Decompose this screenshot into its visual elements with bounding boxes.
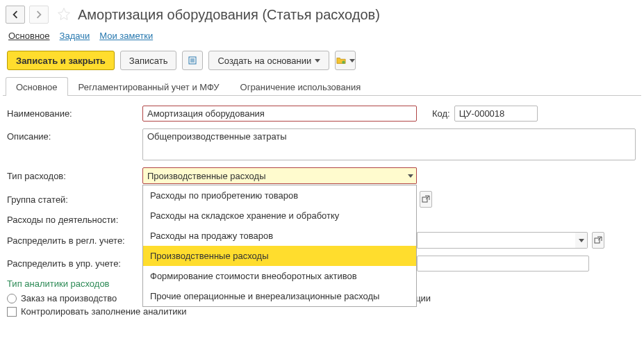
radio-icon [7,294,17,303]
chevron-down-icon[interactable] [575,232,588,249]
save-button[interactable]: Записать [120,51,177,70]
dist-upr-label: Распределить в упр. учете: [7,258,142,269]
svg-rect-5 [422,197,427,202]
back-button[interactable] [6,6,25,24]
check-control-label: Контролировать заполнение аналитики [21,306,187,317]
dist-regl-field[interactable] [417,232,575,249]
topnav-notes[interactable]: Мои заметки [99,31,153,41]
dist-upr-field[interactable] [417,256,589,272]
topnav-tasks[interactable]: Задачи [60,31,90,41]
tabs: Основное Регламентированный учет и МФУ О… [3,77,641,96]
titlebar: Амортизация оборудования (Статья расходо… [3,3,641,28]
check-control-row[interactable]: Контролировать заполнение аналитики [7,306,637,317]
chevron-down-icon [349,59,355,62]
code-field[interactable] [454,106,538,122]
dropdown-option[interactable]: Расходы по приобретению товаров [143,185,416,206]
group-label: Группа статей: [7,194,142,205]
dropdown-option[interactable]: Прочие операционные и внереализационные … [143,286,416,306]
folder-button[interactable] [335,51,356,70]
tab-regulated[interactable]: Регламентированный учет и МФУ [68,77,230,96]
chevron-down-icon[interactable] [404,167,417,184]
dropdown-option[interactable]: Формирование стоимости внеоборотных акти… [143,266,416,286]
radio-order-label: Заказ на производство [21,293,117,303]
code-label: Код: [432,108,450,119]
type-value: Производственные расходы [142,167,417,184]
topnav-main[interactable]: Основное [8,31,50,41]
desc-field[interactable]: Общепроизводственные затраты [142,128,636,160]
favorite-icon[interactable] [57,7,71,23]
dropdown-option[interactable]: Расходы на складское хранение и обработк… [143,206,416,226]
open-external-icon[interactable] [420,191,432,208]
svg-rect-6 [595,238,600,243]
checkbox-icon [7,307,17,317]
open-external-icon[interactable] [592,232,604,249]
type-dropdown: Расходы по приобретению товаровРасходы н… [142,185,417,307]
page-title: Амортизация оборудования (Статья расходо… [78,7,380,23]
forward-button[interactable] [29,6,49,24]
form-area: Наименование: Код: Описание: Общепроизво… [3,96,641,324]
desc-label: Описание: [7,128,142,142]
window: Амортизация оборудования (Статья расходо… [3,3,641,324]
chevron-down-icon [315,59,320,62]
top-nav: Основное Задачи Мои заметки [3,28,641,48]
type-label: Тип расходов: [7,171,142,181]
svg-point-4 [342,60,345,63]
list-button[interactable] [182,51,203,70]
dist-regl-label: Распределить в регл. учете: [7,235,142,246]
create-based-button[interactable]: Создать на основании [208,51,329,70]
save-close-button[interactable]: Записать и закрыть [7,51,115,70]
name-label: Наименование: [7,108,142,119]
name-field[interactable] [142,106,417,122]
tab-main[interactable]: Основное [6,77,68,96]
dropdown-option[interactable]: Производственные расходы [143,246,416,266]
toolbar: Записать и закрыть Записать Создать на о… [3,48,641,77]
dropdown-option[interactable]: Расходы на продажу товаров [143,226,416,246]
type-select[interactable]: Производственные расходы Расходы по прио… [142,167,417,184]
tab-limit[interactable]: Ограничение использования [230,77,372,96]
activity-label: Расходы по деятельности: [7,215,142,225]
